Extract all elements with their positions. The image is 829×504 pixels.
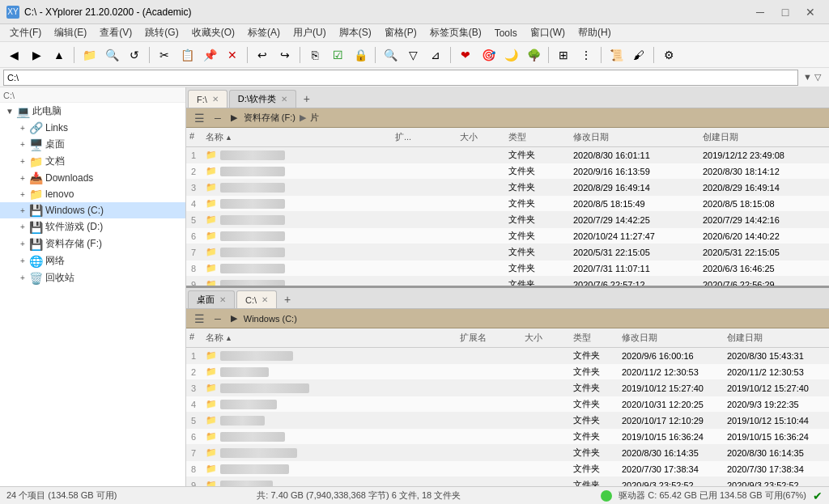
checkbox-button[interactable]: ☑ <box>327 44 348 66</box>
top-file-row-0[interactable]: 1 📁 文件夹 2020/8/30 16:01:11 2019/12/12 23… <box>186 147 829 163</box>
moon-button[interactable]: 🌙 <box>500 44 521 66</box>
tree-expand-4[interactable]: + <box>16 172 29 184</box>
brush-button[interactable]: 🖌 <box>628 44 649 66</box>
bottom-col-header-4[interactable]: 类型 <box>570 330 619 345</box>
redo-button[interactable]: ↪ <box>274 44 295 66</box>
menu-item-h[interactable]: 帮助(H) <box>572 24 618 41</box>
menu-item-g[interactable]: 跳转(G) <box>138 24 185 41</box>
browse-button[interactable]: 📁 <box>79 44 100 66</box>
top-tab-close-1[interactable]: ✕ <box>281 95 287 104</box>
tree-item-2[interactable]: + 🖥️ 桌面 <box>0 136 185 153</box>
top-nav-back[interactable]: ─ <box>211 112 224 124</box>
menu-item-b[interactable]: 标签页集(B) <box>423 24 488 41</box>
tree-expand-7[interactable]: + <box>16 221 29 234</box>
close-button[interactable]: ✕ <box>798 4 823 20</box>
bottom-nav-arrow[interactable]: ▶ <box>227 312 240 324</box>
top-col-header-5[interactable]: 修改日期 <box>570 129 699 145</box>
bottom-nav-back[interactable]: ─ <box>211 313 224 324</box>
script-button[interactable]: 📜 <box>606 44 627 66</box>
top-col-header-0[interactable]: # <box>186 129 202 145</box>
menu-item-f[interactable]: 文件(F) <box>3 24 48 41</box>
top-tab-close-0[interactable]: ✕ <box>212 95 219 104</box>
top-file-row-6[interactable]: 7 📁 文件夹 2020/5/31 22:15:05 2020/5/31 22:… <box>186 244 829 260</box>
address-input[interactable] <box>3 70 798 86</box>
copy-path-button[interactable]: ⎘ <box>304 44 325 66</box>
top-file-row-8[interactable]: 9 📁 文件夹 2020/7/6 22:57:12 2020/7/6 22:56… <box>186 277 829 286</box>
cols-button[interactable]: ⋮ <box>576 44 597 66</box>
top-col-header-4[interactable]: 类型 <box>505 129 570 145</box>
bottom-col-header-3[interactable]: 大小 <box>521 330 570 345</box>
menu-item-u[interactable]: 用户(U) <box>287 24 333 41</box>
up-button[interactable]: ▲ <box>49 44 70 66</box>
bottom-file-row-3[interactable]: 4 📁 文件夹 2020/10/31 12:20:25 2020/9/3 19:… <box>186 396 829 413</box>
grid-button[interactable]: ⊞ <box>553 44 574 66</box>
top-col-header-2[interactable]: 扩... <box>392 129 457 145</box>
bottom-tab-close-1[interactable]: ✕ <box>261 295 268 304</box>
tree-item-6[interactable]: + 💾 Windows (C:) <box>0 202 185 218</box>
bottom-col-header-6[interactable]: 创建日期 <box>724 330 829 345</box>
tree-expand-6[interactable]: + <box>16 204 29 217</box>
tree-expand-9[interactable]: + <box>16 255 29 268</box>
bottom-file-row-5[interactable]: 6 📁 文件夹 2019/10/15 16:36:24 2019/10/15 1… <box>186 429 829 445</box>
bottom-file-row-6[interactable]: 7 📁 文件夹 2020/8/30 16:14:35 2020/8/30 16:… <box>186 445 829 461</box>
bottom-col-header-5[interactable]: 修改日期 <box>619 330 724 345</box>
tree-item-9[interactable]: + 🌐 网络 <box>0 252 185 269</box>
top-file-row-2[interactable]: 3 📁 文件夹 2020/8/29 16:49:14 2020/8/29 16:… <box>186 180 829 196</box>
menu-item-w[interactable]: 窗口(W) <box>524 24 572 41</box>
tree-expand-8[interactable]: + <box>16 238 29 251</box>
tree-item-5[interactable]: + 📁 lenovo <box>0 186 185 202</box>
tree-expand-0[interactable]: ▼ <box>3 105 16 118</box>
tree-item-3[interactable]: + 📁 文档 <box>0 153 185 170</box>
top-tab-add[interactable]: + <box>298 90 316 108</box>
cut-button[interactable]: ✂ <box>154 44 175 66</box>
top-file-row-1[interactable]: 2 📁 文件夹 2020/9/16 16:13:59 2020/8/30 18:… <box>186 163 829 180</box>
menu-item-a[interactable]: 标签(A) <box>241 24 287 41</box>
top-file-row-5[interactable]: 6 📁 文件夹 2020/10/24 11:27:47 2020/6/20 14… <box>186 228 829 244</box>
paste-button[interactable]: 📌 <box>199 44 220 66</box>
bottom-pane-menu[interactable]: ☰ <box>191 312 208 325</box>
bottom-file-row-0[interactable]: 1 📁 文件夹 2020/9/6 16:00:16 2020/8/30 15:4… <box>186 348 829 364</box>
undo-button[interactable]: ↩ <box>252 44 273 66</box>
bottom-col-header-1[interactable]: 名称▲ <box>202 330 457 345</box>
tree-item-1[interactable]: + 🔗 Links <box>0 120 185 136</box>
minimize-button[interactable]: ─ <box>748 4 772 20</box>
target-button[interactable]: 🎯 <box>478 44 499 66</box>
bottom-tab-add[interactable]: + <box>278 290 296 308</box>
top-nav-arrow[interactable]: ▶ <box>227 112 240 124</box>
tree-expand-5[interactable]: + <box>16 188 29 201</box>
bottom-tab-1[interactable]: C:\✕ <box>236 290 277 308</box>
menu-item-o[interactable]: 收藏夹(O) <box>185 24 241 41</box>
tree-expand-1[interactable]: + <box>16 121 29 134</box>
bottom-file-row-7[interactable]: 8 📁 文件夹 2020/7/30 17:38:34 2020/7/30 17:… <box>186 461 829 477</box>
menu-item-tools[interactable]: Tools <box>488 26 524 40</box>
forward-button[interactable]: ▶ <box>26 44 47 66</box>
tree-expand-3[interactable]: + <box>16 155 29 168</box>
bottom-col-header-2[interactable]: 扩展名 <box>457 330 521 345</box>
tree-item-8[interactable]: + 💾 资料存储 (F:) <box>0 235 185 252</box>
tree-item-0[interactable]: ▼ 💻 此电脑 <box>0 103 185 120</box>
menu-item-s[interactable]: 脚本(S) <box>333 24 378 41</box>
refresh-button[interactable]: ↺ <box>124 44 145 66</box>
tree-item-4[interactable]: + 📥 Downloads <box>0 170 185 186</box>
settings-button[interactable]: ⚙ <box>658 44 679 66</box>
tree-item-7[interactable]: + 💾 软件游戏 (D:) <box>0 218 185 235</box>
find-button[interactable]: 🔍 <box>101 44 122 66</box>
top-col-header-6[interactable]: 创建日期 <box>699 129 829 145</box>
menu-item-v[interactable]: 查看(V) <box>93 24 138 41</box>
filter-button[interactable]: ▽ <box>402 44 423 66</box>
top-col-header-1[interactable]: 名称▲ <box>202 129 392 145</box>
top-file-rows[interactable]: 1 📁 文件夹 2020/8/30 16:01:11 2019/12/12 23… <box>186 147 829 286</box>
bottom-file-row-2[interactable]: 3 📁 文件夹 2019/10/12 15:27:40 2019/10/12 1… <box>186 380 829 396</box>
menu-item-p[interactable]: 窗格(P) <box>378 24 423 41</box>
maximize-button[interactable]: □ <box>773 4 797 20</box>
tree-expand-10[interactable]: + <box>16 272 29 285</box>
bottom-tab-close-0[interactable]: ✕ <box>219 295 226 304</box>
bottom-file-row-1[interactable]: 2 📁 文件夹 2020/11/2 12:30:53 2020/11/2 12:… <box>186 364 829 380</box>
bottom-file-row-8[interactable]: 9 📁 文件夹 2020/9/3 23:52:52 2020/9/3 23:52… <box>186 477 829 486</box>
search-button[interactable]: 🔍 <box>380 44 401 66</box>
delete-button[interactable]: ✕ <box>222 44 243 66</box>
copy-button[interactable]: 📋 <box>176 44 198 66</box>
bottom-file-rows[interactable]: 1 📁 文件夹 2020/9/6 16:00:16 2020/8/30 15:4… <box>186 348 829 486</box>
top-file-row-3[interactable]: 4 📁 文件夹 2020/8/5 18:15:49 2020/8/5 18:15… <box>186 196 829 212</box>
back-button[interactable]: ◀ <box>3 44 24 66</box>
